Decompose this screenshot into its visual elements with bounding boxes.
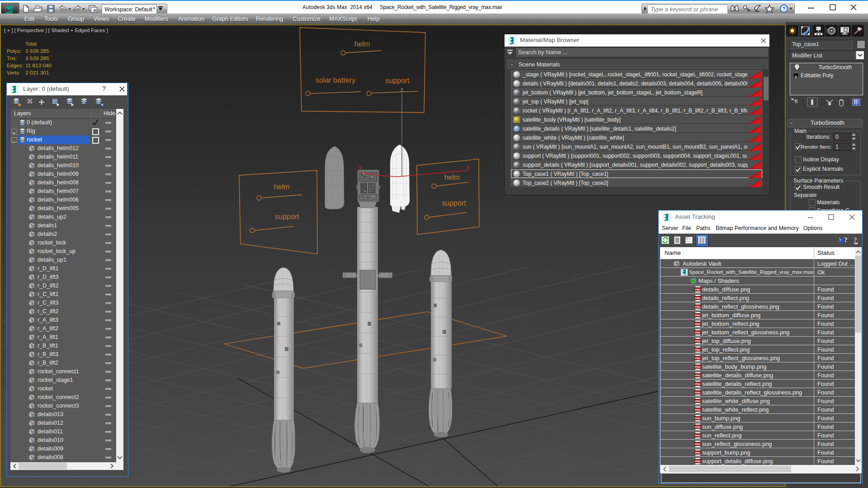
svg-text:?: ? [844, 236, 848, 244]
svg-text:2 021 301: 2 021 301 [25, 70, 49, 76]
svg-text:?: ? [796, 65, 798, 68]
svg-text:helm: helm [274, 183, 290, 191]
svg-text:support: support [385, 77, 410, 84]
svg-text:PNG: PNG [695, 460, 700, 463]
svg-text:11 813 040: 11 813 040 [25, 62, 52, 69]
svg-text:PNG: PNG [695, 408, 700, 411]
svg-text:?: ? [854, 236, 857, 244]
svg-text:PNG: PNG [695, 323, 700, 325]
svg-text:?: ? [782, 6, 786, 12]
svg-text:PNG: PNG [695, 383, 700, 385]
svg-text:helm: helm [444, 174, 460, 181]
svg-text:Verts:: Verts: [7, 70, 20, 76]
svg-text:Total: Total [25, 41, 37, 47]
svg-text:PNG: PNG [695, 451, 700, 454]
svg-text:helm: helm [354, 40, 370, 48]
svg-text:[ + ] [ Perspective ] [ Shaded: [ + ] [ Perspective ] [ Shaded + Edged F… [4, 28, 108, 33]
svg-text:PNG: PNG [695, 314, 700, 317]
svg-text:PNG: PNG [695, 331, 700, 334]
svg-text:PNG: PNG [695, 400, 700, 403]
svg-text:PNG: PNG [695, 305, 700, 308]
svg-text:solar battery: solar battery [316, 76, 355, 84]
svg-text:3 939 285: 3 939 285 [25, 55, 49, 61]
svg-text:support: support [442, 199, 466, 207]
svg-text:3 939 285: 3 939 285 [25, 48, 49, 54]
svg-text:PNG: PNG [695, 417, 700, 420]
svg-text:PNG: PNG [695, 426, 700, 428]
svg-text:PNG: PNG [695, 366, 700, 368]
svg-text:Edges:: Edges: [7, 62, 24, 69]
svg-text:PNG: PNG [695, 340, 700, 343]
svg-text:PNG: PNG [695, 288, 700, 291]
svg-text:PNG: PNG [695, 443, 700, 446]
svg-text:PNG: PNG [695, 357, 700, 360]
svg-text:PNG: PNG [695, 348, 700, 351]
svg-text:z: z [401, 86, 403, 93]
svg-text:PNG: PNG [695, 391, 700, 394]
svg-text:Y: Y [359, 165, 362, 171]
svg-text:x: x [467, 164, 469, 170]
svg-text:Polys:: Polys: [7, 48, 21, 54]
svg-text:PNG: PNG [695, 374, 700, 377]
svg-text:PNG: PNG [695, 297, 700, 300]
svg-text:PNG: PNG [695, 434, 700, 437]
svg-text:Tris:: Tris: [7, 55, 17, 61]
svg-text:support: support [275, 213, 299, 221]
